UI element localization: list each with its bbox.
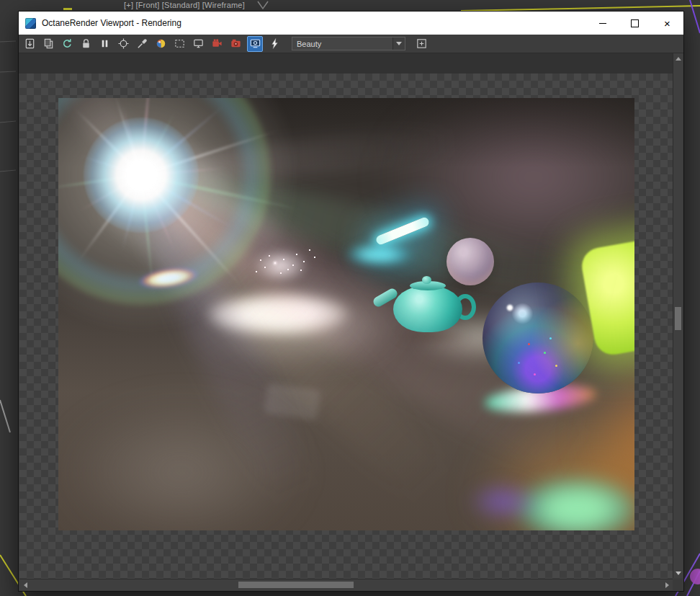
app-icon <box>25 18 36 29</box>
octane-render-window: OctaneRender Viewport - Rendering × Beau… <box>18 11 684 592</box>
minimize-button[interactable] <box>586 12 619 35</box>
scroll-up-button[interactable] <box>673 53 683 63</box>
horizontal-scroll-thumb[interactable] <box>238 582 354 588</box>
render-toolbar: Beauty <box>19 35 683 53</box>
window-title: OctaneRender Viewport - Rendering <box>42 18 181 28</box>
copy-image-button[interactable] <box>41 37 55 51</box>
save-render-button[interactable] <box>22 37 37 51</box>
pick-focus-button[interactable] <box>116 37 130 51</box>
render-statusbar: Smp/px: 6000/6000/6000. Samp/s: 0,000M. … <box>19 53 673 74</box>
pick-white-balance-button[interactable] <box>135 37 149 51</box>
maximize-button[interactable] <box>619 12 651 35</box>
scroll-right-button[interactable] <box>661 579 673 590</box>
render-pass-dropdown[interactable]: Beauty <box>292 37 405 50</box>
scroll-down-button[interactable] <box>673 568 683 578</box>
close-icon: × <box>664 18 670 29</box>
expand-viewport-button[interactable] <box>414 37 428 51</box>
arrow-right-icon <box>665 582 669 588</box>
film-camera-button[interactable] <box>210 37 224 51</box>
pause-render-button[interactable] <box>97 37 112 51</box>
maximize-icon <box>631 19 639 27</box>
max-viewport-label[interactable]: [+] [Front] [Standard] [Wireframe] <box>124 1 245 9</box>
arrow-up-icon <box>676 57 681 61</box>
lock-viewport-button[interactable] <box>247 36 263 52</box>
arrow-down-icon <box>676 571 681 575</box>
glass-sphere-caustic-dots <box>528 343 530 345</box>
chevron-down-icon <box>396 42 402 45</box>
restart-render-button[interactable] <box>60 37 74 51</box>
render-image <box>58 98 634 530</box>
teapot-knob <box>422 276 431 284</box>
close-button[interactable]: × <box>651 12 683 35</box>
window-titlebar[interactable]: OctaneRender Viewport - Rendering × <box>19 12 683 35</box>
minimize-icon <box>599 23 606 24</box>
sun-core <box>84 117 199 233</box>
render-camera-button[interactable] <box>228 37 243 51</box>
dropdown-arrow[interactable] <box>392 37 405 50</box>
vertical-scrollbar[interactable] <box>673 53 683 578</box>
arrow-left-icon <box>24 582 27 588</box>
interactive-mode-button[interactable] <box>267 37 282 51</box>
lock-resolution-button[interactable] <box>78 37 93 51</box>
toolbar-buttons <box>22 36 282 52</box>
vertical-scroll-thumb[interactable] <box>675 307 681 330</box>
render-viewport[interactable] <box>19 74 673 579</box>
render-display-button[interactable] <box>191 37 205 51</box>
scroll-left-button[interactable] <box>19 579 31 590</box>
toolbar-right-buttons <box>414 37 428 51</box>
render-region-button[interactable] <box>172 37 187 51</box>
glass-sphere-specular <box>506 304 513 311</box>
pick-material-button[interactable] <box>153 37 168 51</box>
horizontal-scrollbar[interactable] <box>19 579 673 590</box>
scrollbar-corner <box>673 579 683 590</box>
render-pass-selected: Beauty <box>292 40 392 48</box>
